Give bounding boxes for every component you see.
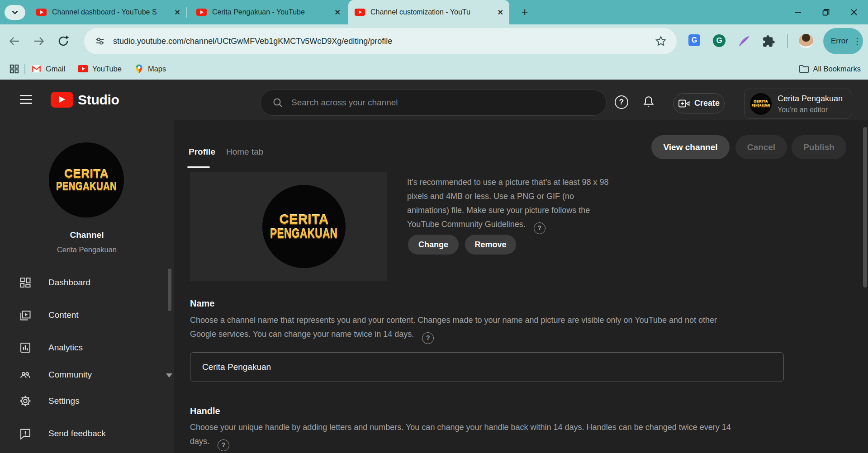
sidebar-item-analytics[interactable]: Analytics	[0, 337, 174, 359]
channel-avatar-large[interactable]: CERITA PENGAKUAN	[49, 142, 124, 217]
browser-menu-kebab-icon[interactable]: ⋮	[853, 36, 862, 47]
create-button[interactable]: Create	[673, 93, 725, 113]
folder-icon	[798, 64, 809, 74]
back-button[interactable]	[8, 35, 21, 47]
translate-icon: G	[688, 34, 700, 46]
tab-search-chevron-button[interactable]	[5, 5, 25, 20]
forward-button[interactable]	[33, 35, 45, 47]
maximize-restore-button[interactable]	[812, 0, 840, 24]
studio-search-bar[interactable]	[260, 90, 607, 116]
bookmark-maps[interactable]: Maps	[134, 64, 166, 74]
tab-home-tab[interactable]: Home tab	[226, 147, 263, 157]
minimize-icon	[794, 9, 802, 16]
forward-arrow-icon	[33, 35, 45, 47]
community-icon	[19, 369, 33, 380]
help-line: YouTube Community Guidelines.	[407, 220, 526, 229]
youtube-studio-logo-icon[interactable]	[51, 92, 73, 108]
bookmark-label: Maps	[148, 65, 166, 73]
apps-grid-button[interactable]	[9, 64, 19, 74]
help-line: days.	[190, 437, 209, 446]
account-role: You're an editor	[778, 106, 828, 114]
close-tab-icon[interactable]: ✕	[335, 8, 341, 17]
grammarly-extension-button[interactable]: G	[713, 34, 726, 48]
handle-help-text: Choose your unique handle by adding lett…	[190, 420, 731, 451]
name-section-heading: Name	[190, 298, 214, 309]
analytics-icon	[19, 341, 33, 354]
view-channel-button[interactable]: View channel	[651, 135, 730, 159]
translate-extension-button[interactable]: G	[688, 34, 702, 48]
minimize-button[interactable]	[784, 0, 812, 24]
remove-picture-button[interactable]: Remove	[465, 235, 516, 255]
page-scrollbar-thumb[interactable]	[863, 127, 867, 288]
address-bar[interactable]: studio.youtube.com/channel/UCtGwMFVeb1gK…	[84, 28, 677, 54]
publish-button[interactable]: Publish	[792, 135, 846, 159]
close-tab-icon[interactable]: ✕	[498, 8, 503, 17]
gmail-icon	[31, 64, 42, 73]
url-text[interactable]: studio.youtube.com/channel/UCtGwMFVeb1gK…	[113, 37, 392, 46]
feedback-icon	[19, 427, 33, 440]
sidebar-item-label: Send feedback	[48, 429, 106, 439]
studio-logo-text[interactable]: Studio	[78, 92, 119, 108]
bookmark-star-button[interactable]	[655, 35, 667, 47]
youtube-icon	[78, 65, 88, 72]
sidebar-item-dashboard[interactable]: Dashboard	[0, 272, 174, 293]
search-icon	[272, 97, 283, 108]
channel-name-input[interactable]	[202, 362, 768, 372]
maps-pin-icon	[134, 64, 144, 74]
close-window-button[interactable]	[840, 0, 868, 24]
new-tab-button[interactable]: +	[518, 6, 531, 19]
customization-tabs: Profile Home tab View channel Cancel Pub…	[174, 120, 868, 168]
channel-name-field[interactable]	[190, 352, 784, 382]
cancel-button[interactable]: Cancel	[735, 135, 787, 159]
avatar-text: PENGAKUAN	[56, 180, 117, 193]
bookmark-youtube[interactable]: YouTube	[78, 65, 122, 73]
sidebar-scroll-down-arrow[interactable]	[166, 373, 172, 378]
picture-help-text: It’s recommended to use a picture that’s…	[407, 175, 609, 234]
tab-title: Cerita Pengakuan - YouTube	[212, 8, 318, 16]
search-input[interactable]	[291, 98, 572, 108]
sidebar-item-community[interactable]: Community	[0, 369, 174, 380]
help-line: Choose a channel name that represents yo…	[190, 313, 717, 327]
help-button[interactable]: ?	[615, 95, 628, 109]
sidebar-item-send-feedback[interactable]: Send feedback	[0, 423, 174, 444]
sidebar-scrollbar-thumb[interactable]	[168, 269, 171, 311]
restore-icon	[822, 8, 830, 16]
menu-hamburger-button[interactable]	[20, 95, 32, 107]
browser-tab-channel[interactable]: Cerita Pengakuan - YouTube ✕	[190, 0, 346, 24]
bookmark-gmail[interactable]: Gmail	[31, 64, 65, 73]
help-icon[interactable]: ?	[534, 222, 545, 234]
extensions-menu-button[interactable]	[762, 34, 775, 48]
close-tab-icon[interactable]: ✕	[175, 8, 180, 17]
handle-section-heading: Handle	[190, 406, 220, 416]
back-arrow-icon	[8, 35, 21, 47]
profile-error-button[interactable]: Error ⋮	[823, 28, 863, 54]
create-label: Create	[694, 99, 720, 108]
avatar-text: CERITA	[64, 167, 109, 180]
all-bookmarks-button[interactable]: All Bookmarks	[798, 58, 861, 80]
browser-profile-avatar[interactable]	[799, 34, 813, 48]
bookmark-label: YouTube	[92, 65, 122, 73]
change-picture-button[interactable]: Change	[408, 235, 459, 255]
browser-tab-customization-active[interactable]: Channel customization - YouTu ✕	[348, 0, 509, 24]
tab-separator	[186, 7, 187, 18]
site-settings-icon[interactable]	[94, 35, 106, 47]
youtube-favicon	[355, 9, 365, 16]
sidebar-item-settings[interactable]: Settings	[0, 390, 174, 412]
bookmarks-bar: Gmail YouTube Maps All Bookmarks	[0, 58, 868, 80]
tab-profile[interactable]: Profile	[189, 147, 215, 157]
help-icon[interactable]: ?	[422, 332, 434, 344]
account-chip[interactable]: CERITA PENGAKUAN Cerita Pengakuan You're…	[744, 89, 851, 119]
browser-tab-dashboard[interactable]: Channel dashboard - YouTube S ✕	[30, 0, 186, 24]
notifications-button[interactable]	[642, 95, 655, 109]
puzzle-icon	[762, 34, 775, 48]
help-line: Google services. You can change your nam…	[190, 330, 414, 339]
quill-extension-button[interactable]	[737, 34, 751, 48]
sidebar-item-label: Dashboard	[48, 278, 90, 288]
toolbar-separator	[787, 34, 788, 48]
youtube-favicon	[36, 9, 47, 16]
sidebar-item-content[interactable]: Content	[0, 304, 174, 326]
profile-picture-box[interactable]: CERITA PENGAKUAN	[190, 172, 387, 281]
tab-title: Channel customization - YouTu	[370, 8, 476, 16]
help-icon[interactable]: ?	[218, 439, 229, 451]
refresh-button[interactable]	[57, 35, 70, 47]
